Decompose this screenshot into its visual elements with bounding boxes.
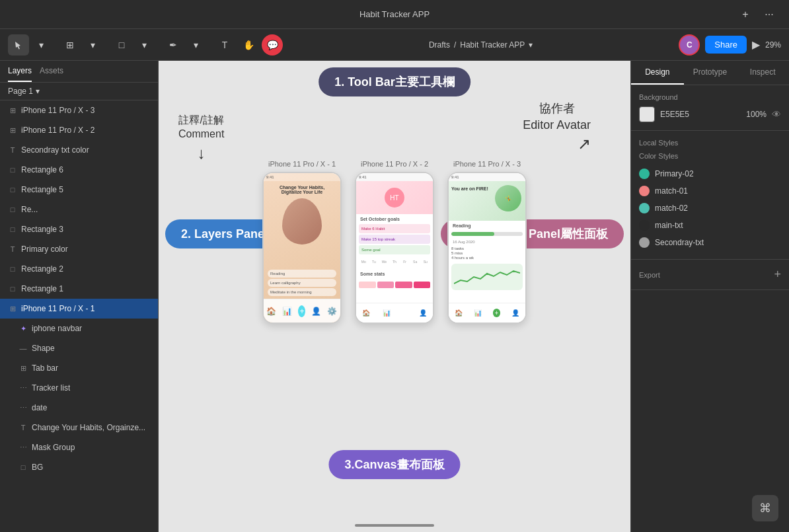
file-dropdown-icon[interactable]: ▾ <box>529 40 533 50</box>
color-style-main-txt[interactable]: main-txt <box>639 217 781 234</box>
visibility-icon[interactable]: 👁 <box>772 109 781 120</box>
shape-dropdown-btn[interactable]: ▾ <box>133 34 155 56</box>
color-style-match02[interactable]: match-02 <box>639 200 781 217</box>
line-icon: — <box>19 344 28 352</box>
toolbar-frame-group: ⊞ ▾ <box>59 34 103 56</box>
tab-layers[interactable]: Layers <box>8 66 32 82</box>
color-name-match02: match-02 <box>655 204 688 213</box>
frame-icon: ⊞ <box>19 364 28 373</box>
select-dropdown-btn[interactable]: ▾ <box>30 34 52 56</box>
layer-item-iphone11-1[interactable]: ⊞ iPhone 11 Pro / X - 1 <box>0 299 158 319</box>
phone-3-label: iPhone 11 Pro / X - 3 <box>453 160 521 168</box>
layer-item-tab-bar[interactable]: ⊞ Tab bar <box>0 358 158 378</box>
color-style-secondary-txt[interactable]: Secondray-txt <box>639 234 781 251</box>
bg-color-swatch[interactable] <box>639 106 655 122</box>
color-name-main-txt: main-txt <box>655 221 683 230</box>
color-dot-primary02 <box>639 169 650 179</box>
tab-assets[interactable]: Assets <box>40 66 63 82</box>
pen-tool-btn[interactable]: ✒ <box>163 34 184 56</box>
background-row: E5E5E5 100% 👁 <box>639 106 781 122</box>
toolbar-select-group: ▾ <box>8 34 52 56</box>
comment-annotation-text: 註釋/註解 <box>178 114 224 128</box>
editor-avatar: C <box>679 34 700 56</box>
drafts-label[interactable]: Drafts <box>429 40 450 50</box>
select-tool-btn[interactable] <box>8 34 29 56</box>
layer-item-mask-group[interactable]: ⋯ Mask Group <box>0 437 158 457</box>
layer-item-rect4[interactable]: □ Re... <box>0 200 158 219</box>
share-button[interactable]: Share <box>705 36 747 54</box>
layer-item-rect5[interactable]: □ Rectangle 5 <box>0 180 158 200</box>
layer-item-bg[interactable]: □ BG <box>0 457 158 477</box>
shape-icon: □ <box>8 206 17 213</box>
background-section: Background E5E5E5 100% 👁 <box>631 85 789 131</box>
layer-item-tracker-list[interactable]: ⋯ Tracker list <box>0 378 158 398</box>
shape-icon: □ <box>19 463 28 471</box>
layer-item-iphone-navbar[interactable]: ✦ iphone navbar <box>0 319 158 338</box>
phone-2-wrapper: iPhone 11 Pro / X - 2 9:41 HT Set Octobe… <box>355 160 434 324</box>
tab-design[interactable]: Design <box>631 61 684 85</box>
toolbar: ▾ ⊞ ▾ □ ▾ ✒ ▾ T ✋ 💬 Drafts / Habit Track… <box>0 29 789 61</box>
phone-3-frame: 9:41 🤸 You are on FIRE! Reading 16 Aug 2… <box>447 172 527 324</box>
layer-item-iphone11-3[interactable]: ⊞ iPhone 11 Pro / X - 3 <box>0 100 158 120</box>
horizontal-scrollbar[interactable] <box>355 524 434 527</box>
layer-item-iphone11-2[interactable]: ⊞ iPhone 11 Pro / X - 2 <box>0 120 158 140</box>
phone-2-label: iPhone 11 Pro / X - 2 <box>361 160 428 168</box>
pen-dropdown-btn[interactable]: ▾ <box>185 34 206 56</box>
play-button[interactable]: ▶ <box>752 38 760 51</box>
zoom-level[interactable]: 29% <box>765 40 781 50</box>
color-dot-match02 <box>639 203 650 213</box>
layer-item-rect3[interactable]: □ Rectangle 3 <box>0 219 158 239</box>
mask-icon: ⋯ <box>19 404 28 412</box>
frame-dropdown-btn[interactable]: ▾ <box>82 34 103 56</box>
bg-opacity-value[interactable]: 100% <box>740 110 767 119</box>
layer-item-date[interactable]: ⋯ date <box>0 398 158 418</box>
tab-prototype[interactable]: Prototype <box>684 61 737 85</box>
shape-icon: □ <box>8 166 17 174</box>
add-icon[interactable]: + <box>736 5 755 24</box>
collaborator-text2: Editor Avatar <box>523 117 591 133</box>
text-icon: T <box>8 245 17 253</box>
layer-item-rect6[interactable]: □ Rectangle 6 <box>0 160 158 180</box>
text-icon: T <box>8 146 17 154</box>
color-name-primary02: Primary-02 <box>655 169 694 178</box>
page-selector[interactable]: Page 1 ▾ <box>0 83 158 100</box>
comment-tool-btn[interactable]: 💬 <box>262 34 283 56</box>
layers-panel: Layers Assets Page 1 ▾ ⊞ iPhone 11 Pro /… <box>0 61 159 532</box>
toolbar-right: C Share ▶ 29% <box>679 34 781 56</box>
bg-hex-value[interactable]: E5E5E5 <box>660 110 735 119</box>
layer-item-rect1[interactable]: □ Rectangle 1 <box>0 279 158 299</box>
frame-tool-btn[interactable]: ⊞ <box>59 34 81 56</box>
hand-tool-btn[interactable]: ✋ <box>238 34 259 56</box>
layer-item-rect2[interactable]: □ Rectangle 2 <box>0 259 158 279</box>
phone-2-frame: 9:41 HT Set October goals Make 6 Habit M… <box>355 172 434 324</box>
color-dot-main-txt <box>639 220 650 231</box>
local-styles-title: Local Styles <box>639 139 781 147</box>
export-add-button[interactable]: + <box>774 268 781 282</box>
shape-icon: □ <box>8 285 17 293</box>
toolbar-shape-group: □ ▾ <box>111 34 155 56</box>
frame-icon: ⊞ <box>8 106 17 115</box>
export-section: Export + <box>631 260 789 290</box>
canvas-area[interactable]: 1. Tool Bar主要工具欄 2. Layers Panel圖層面板 4.P… <box>159 61 630 532</box>
app-title: Habit Tracker APP <box>359 9 430 19</box>
layer-item-primary-color[interactable]: T Primary color <box>0 239 158 259</box>
shape-tool-btn[interactable]: □ <box>111 34 132 56</box>
layer-item-secondary-txt[interactable]: T Secondray txt color <box>0 140 158 160</box>
tab-inspect[interactable]: Inspect <box>736 61 789 85</box>
color-name-match01: match-01 <box>655 186 688 196</box>
text-icon: T <box>19 424 28 432</box>
color-style-primary02[interactable]: Primary-02 <box>639 165 781 182</box>
phone-3-wrapper: iPhone 11 Pro / X - 3 9:41 🤸 You are on … <box>447 160 527 324</box>
color-style-match01[interactable]: match-01 <box>639 182 781 200</box>
color-styles-label: Color Styles <box>639 152 781 160</box>
cmd-badge[interactable]: ⌘ <box>752 495 778 521</box>
collaborator-arrow: ↗ <box>578 135 591 153</box>
layer-item-change-habits[interactable]: T Change Your Habits, Orgainze... <box>0 418 158 437</box>
local-styles-section: Local Styles Color Styles Primary-02 mat… <box>631 131 789 260</box>
layer-item-shape[interactable]: — Shape <box>0 338 158 358</box>
frame-icon: ⊞ <box>8 126 17 135</box>
file-name[interactable]: Habit Tracker APP <box>460 40 525 50</box>
layers-list: ⊞ iPhone 11 Pro / X - 3 ⊞ iPhone 11 Pro … <box>0 100 158 532</box>
text-tool-btn[interactable]: T <box>214 34 235 56</box>
more-icon[interactable]: ··· <box>760 5 778 24</box>
